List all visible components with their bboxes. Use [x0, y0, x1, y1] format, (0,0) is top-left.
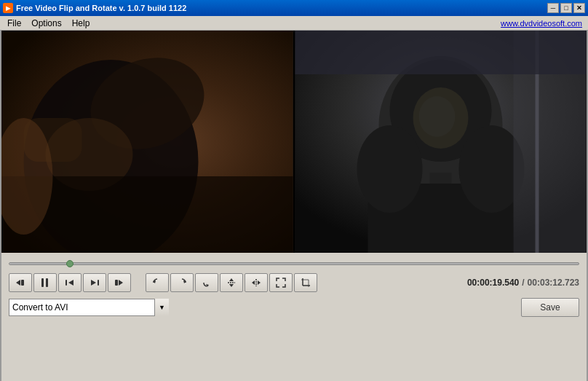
video-preview-right — [295, 31, 587, 253]
menu-options[interactable]: Options — [27, 17, 65, 29]
minimize-button[interactable]: ─ — [547, 3, 559, 13]
rotate-90-button[interactable] — [195, 273, 218, 292]
forward-button[interactable] — [108, 273, 131, 292]
save-button[interactable]: Save — [521, 298, 579, 317]
crop-button[interactable] — [294, 273, 317, 292]
svg-marker-37 — [229, 278, 234, 281]
svg-marker-31 — [119, 280, 123, 286]
svg-marker-38 — [229, 284, 234, 287]
format-select-wrapper[interactable]: Convert to AVI Convert to MP4 Convert to… — [9, 299, 169, 316]
app-window: 00:00:19.540 / 00:03:12.723 Convert to A… — [0, 31, 588, 381]
pause-button[interactable] — [33, 273, 57, 292]
svg-rect-21 — [295, 31, 587, 74]
rewind-button[interactable] — [9, 273, 32, 292]
progress-track[interactable] — [9, 262, 579, 265]
title-bar: ▶ Free Video Flip and Rotate v. 1.0.7 bu… — [0, 0, 588, 16]
window-controls: ─ □ ✕ — [547, 3, 585, 13]
rotate-cw-button[interactable] — [170, 273, 194, 292]
rotate-ccw-button[interactable] — [146, 273, 169, 292]
bottom-row: Convert to AVI Convert to MP4 Convert to… — [9, 298, 579, 317]
svg-rect-27 — [65, 280, 67, 286]
total-time: 00:03:12.723 — [528, 278, 579, 288]
close-button[interactable]: ✕ — [573, 3, 585, 13]
svg-point-17 — [357, 125, 423, 213]
flip-horizontal-button[interactable] — [245, 273, 268, 292]
next-frame-button[interactable] — [83, 273, 106, 292]
expand-button[interactable] — [269, 273, 293, 292]
maximize-button[interactable]: □ — [560, 3, 572, 13]
svg-marker-30 — [91, 280, 96, 286]
menu-items: File Options Help — [3, 17, 94, 29]
menu-file[interactable]: File — [3, 17, 25, 29]
app-icon: ▶ — [3, 3, 13, 13]
video-preview-left — [1, 31, 295, 253]
progress-fill — [9, 263, 72, 264]
menu-help[interactable]: Help — [68, 17, 95, 29]
svg-point-22 — [419, 96, 456, 137]
video-area — [1, 31, 587, 253]
svg-rect-26 — [46, 278, 48, 287]
time-display: 00:00:19.540 / 00:03:12.723 — [467, 278, 579, 288]
svg-marker-41 — [258, 280, 261, 285]
progress-thumb[interactable] — [66, 260, 74, 267]
svg-marker-28 — [68, 280, 74, 286]
prev-frame-button[interactable] — [58, 273, 82, 292]
svg-marker-23 — [16, 280, 20, 286]
svg-rect-32 — [115, 280, 118, 286]
format-select-container: Convert to AVI Convert to MP4 Convert to… — [9, 299, 169, 316]
svg-rect-24 — [21, 280, 24, 286]
svg-rect-25 — [41, 278, 44, 287]
time-separator: / — [522, 278, 524, 288]
format-select[interactable]: Convert to AVI Convert to MP4 Convert to… — [9, 299, 169, 316]
playback-controls — [9, 273, 131, 292]
playback-row: 00:00:19.540 / 00:03:12.723 — [9, 273, 579, 292]
website-link[interactable]: www.dvdvideosoft.com — [501, 19, 585, 28]
window-title: Free Video Flip and Rotate v. 1.0.7 buil… — [16, 4, 186, 12]
flip-vertical-button[interactable] — [220, 273, 243, 292]
transform-controls — [146, 273, 317, 292]
title-left: ▶ Free Video Flip and Rotate v. 1.0.7 bu… — [3, 3, 186, 13]
svg-marker-40 — [252, 280, 255, 285]
controls-area: 00:00:19.540 / 00:03:12.723 Convert to A… — [1, 253, 587, 321]
menu-bar: File Options Help www.dvdvideosoft.com — [0, 16, 588, 31]
current-time: 00:00:19.540 — [467, 278, 519, 288]
svg-rect-29 — [98, 280, 99, 286]
progress-bar-container[interactable] — [9, 260, 579, 267]
